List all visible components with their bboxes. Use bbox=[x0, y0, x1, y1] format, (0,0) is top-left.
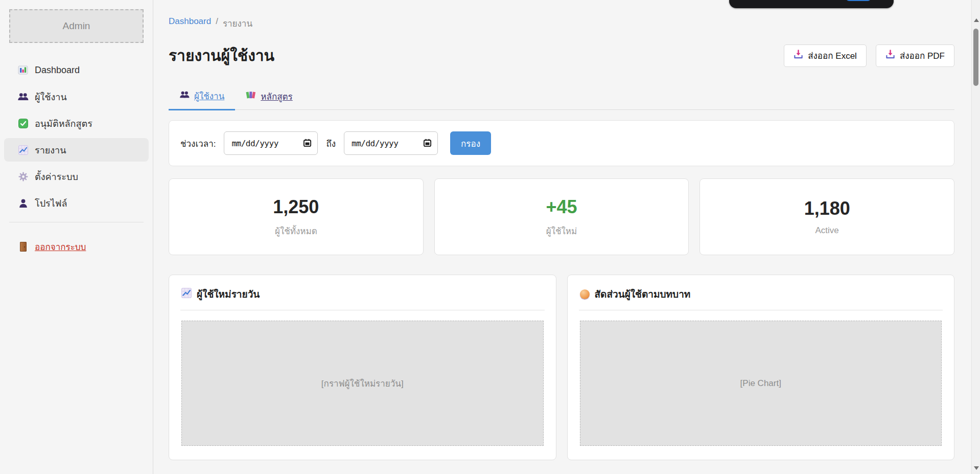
sidebar-item-users[interactable]: ผู้ใช้งาน bbox=[4, 85, 149, 108]
sidebar-item-label: รายงาน bbox=[35, 143, 66, 157]
line-chart-icon bbox=[17, 145, 29, 155]
sidebar-item-reports[interactable]: รายงาน bbox=[4, 138, 149, 162]
scroll-down-arrow-icon[interactable] bbox=[974, 466, 979, 470]
door-icon bbox=[17, 242, 29, 252]
title-row: รายงานผู้ใช้งาน ส่งออก Excel bbox=[169, 43, 954, 67]
export-pdf-label: ส่งออก PDF bbox=[900, 49, 945, 62]
stats-row: 1,250 ผู้ใช้ทั้งหมด +45 ผู้ใช้ใหม่ 1,180… bbox=[169, 178, 954, 255]
export-excel-label: ส่งออก Excel bbox=[808, 49, 857, 62]
panel-divider bbox=[579, 310, 943, 310]
placeholder-text: [กราฟผู้ใช้ใหม่รายวัน] bbox=[321, 376, 404, 390]
sidebar: Admin Dashboard bbox=[0, 0, 153, 474]
export-pdf-button[interactable]: ส่งออก PDF bbox=[876, 44, 954, 67]
stat-card-active-users: 1,180 Active bbox=[699, 178, 954, 255]
line-chart-icon bbox=[181, 288, 192, 301]
admin-logo-badge: Admin bbox=[9, 9, 144, 43]
date-range-label: ช่วงเวลา: bbox=[180, 137, 216, 150]
sidebar-item-label: ตั้งค่าระบบ bbox=[35, 169, 78, 184]
tab-users[interactable]: ผู้ใช้งาน bbox=[169, 85, 235, 110]
page-title: รายงานผู้ใช้งาน bbox=[169, 43, 274, 67]
panel-header: ผู้ใช้ใหม่รายวัน bbox=[181, 286, 544, 302]
stat-label: ผู้ใช้ทั้งหมด bbox=[275, 224, 317, 238]
sidebar-item-label: โปรไฟล์ bbox=[35, 196, 67, 211]
export-excel-button[interactable]: ส่งออก Excel bbox=[784, 44, 867, 67]
stat-value: 1,250 bbox=[273, 196, 319, 218]
stat-label: Active bbox=[815, 225, 839, 236]
stat-card-new-users: +45 ผู้ใช้ใหม่ bbox=[434, 178, 689, 255]
logout-label: ออกจากระบบ bbox=[35, 240, 86, 254]
tab-courses-label: หลักสูตร bbox=[261, 89, 292, 103]
approve-check-icon bbox=[17, 119, 29, 128]
sidebar-item-dashboard[interactable]: Dashboard bbox=[4, 58, 149, 82]
sidebar-item-profile[interactable]: โปรไฟล์ bbox=[4, 191, 149, 215]
panel-title: สัดส่วนผู้ใช้ตามบทบาท bbox=[595, 286, 691, 302]
browser-media-overlay[interactable] bbox=[729, 0, 894, 8]
books-icon bbox=[246, 91, 256, 102]
breadcrumb-current: รายงาน bbox=[223, 16, 252, 30]
users-icon bbox=[179, 91, 190, 101]
scroll-up-arrow-icon[interactable] bbox=[974, 18, 979, 22]
chart-panels: ผู้ใช้ใหม่รายวัน [กราฟผู้ใช้ใหม่รายวัน] … bbox=[169, 275, 954, 460]
panel-header: สัดส่วนผู้ใช้ตามบทบาท bbox=[580, 286, 942, 302]
logout-link[interactable]: ออกจากระบบ bbox=[4, 240, 149, 254]
vertical-scrollbar[interactable] bbox=[971, 0, 980, 474]
tab-users-label: ผู้ใช้งาน bbox=[194, 89, 224, 103]
download-tray-icon bbox=[885, 50, 895, 62]
breadcrumb-dashboard-link[interactable]: Dashboard bbox=[169, 16, 211, 30]
date-to-input[interactable] bbox=[344, 131, 438, 155]
daily-users-chart-placeholder: [กราฟผู้ใช้ใหม่รายวัน] bbox=[181, 321, 544, 446]
pie-chart-icon bbox=[580, 289, 590, 299]
media-overlay-button[interactable] bbox=[846, 0, 871, 1]
users-icon bbox=[17, 92, 29, 101]
admin-label: Admin bbox=[63, 20, 90, 32]
sidebar-item-settings[interactable]: ตั้งค่าระบบ bbox=[4, 165, 149, 188]
scrollbar-thumb[interactable] bbox=[973, 29, 978, 86]
stat-value: 1,180 bbox=[804, 198, 850, 219]
date-from-wrap bbox=[224, 131, 318, 155]
sidebar-divider bbox=[9, 222, 144, 222]
date-to-label: ถึง bbox=[326, 137, 336, 150]
export-buttons: ส่งออก Excel ส่งออก PDF bbox=[784, 44, 954, 67]
date-to-wrap bbox=[344, 131, 438, 155]
sidebar-item-approve-courses[interactable]: อนุมัติหลักสูตร bbox=[4, 111, 149, 135]
sidebar-item-label: ผู้ใช้งาน bbox=[35, 89, 67, 104]
tab-courses[interactable]: หลักสูตร bbox=[235, 85, 303, 109]
download-tray-icon bbox=[794, 50, 803, 62]
sidebar-item-label: Dashboard bbox=[35, 65, 80, 76]
stat-label: ผู้ใช้ใหม่ bbox=[546, 224, 577, 238]
date-from-input[interactable] bbox=[224, 131, 318, 155]
panel-divider bbox=[180, 310, 545, 310]
date-filter-panel: ช่วงเวลา: ถึง bbox=[169, 120, 954, 166]
breadcrumb-separator: / bbox=[216, 16, 218, 30]
main-content: Dashboard / รายงาน รายงานผู้ใช้งาน ส่งออ… bbox=[169, 0, 954, 474]
gear-icon bbox=[17, 172, 29, 182]
filter-submit-button[interactable]: กรอง bbox=[450, 131, 491, 155]
user-roles-panel: สัดส่วนผู้ใช้ตามบทบาท [Pie Chart] bbox=[567, 275, 955, 460]
pie-chart-placeholder: [Pie Chart] bbox=[580, 321, 942, 446]
sidebar-menu: Dashboard ผู้ใช้งาน bbox=[0, 58, 153, 215]
daily-new-users-panel: ผู้ใช้ใหม่รายวัน [กราฟผู้ใช้ใหม่รายวัน] bbox=[169, 275, 556, 460]
person-icon bbox=[17, 198, 29, 208]
placeholder-text: [Pie Chart] bbox=[740, 378, 781, 389]
stat-card-total-users: 1,250 ผู้ใช้ทั้งหมด bbox=[169, 178, 424, 255]
sidebar-item-label: อนุมัติหลักสูตร bbox=[35, 116, 92, 131]
report-tabs: ผู้ใช้งาน หลักสูตร bbox=[169, 85, 954, 110]
bar-chart-icon bbox=[17, 65, 29, 75]
panel-title: ผู้ใช้ใหม่รายวัน bbox=[197, 286, 260, 302]
admin-report-page: Admin Dashboard bbox=[0, 0, 980, 474]
stat-value: +45 bbox=[546, 196, 577, 218]
